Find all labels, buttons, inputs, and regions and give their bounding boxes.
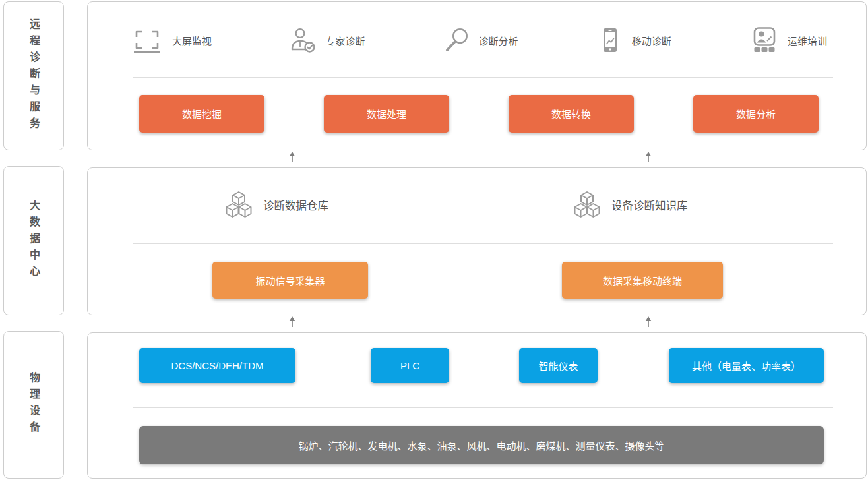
service-expert-diagnosis: 专家诊断 xyxy=(290,27,365,53)
node-mobile-data-collection-terminal[interactable]: 数据采集移动终端 xyxy=(562,262,723,299)
service-icon-row: 大屏监视 专家诊断 诊断分析 xyxy=(131,19,827,61)
expert-user-check-icon xyxy=(290,27,317,53)
divider xyxy=(133,407,833,408)
service-label: 大屏监视 xyxy=(172,34,212,47)
magnifier-icon xyxy=(443,27,470,53)
service-label: 运维培训 xyxy=(788,34,827,47)
store-diagnosis-data-warehouse: 诊断数据仓库 xyxy=(225,185,328,225)
service-label: 移动诊断 xyxy=(632,34,671,47)
devices-list-bar: 锅炉、汽轮机、发电机、水泵、油泵、风机、电动机、磨煤机、测量仪表、摄像头等 xyxy=(139,426,824,464)
service-operation-training: 运维培训 xyxy=(750,27,827,53)
store-equipment-knowledge-base: 设备诊断知识库 xyxy=(573,185,688,225)
node-smart-instruments[interactable]: 智能仪表 xyxy=(519,348,598,383)
band-label-text: 大数据中心 xyxy=(26,200,42,282)
service-big-screen-monitoring: 大屏监视 xyxy=(131,26,212,54)
up-arrow-icon xyxy=(644,151,652,163)
node-other-meters[interactable]: 其他（电量表、功率表） xyxy=(669,348,824,383)
service-label: 专家诊断 xyxy=(325,34,365,47)
divider xyxy=(133,77,833,78)
node-data-conversion[interactable]: 数据转换 xyxy=(509,95,634,133)
store-label: 诊断数据仓库 xyxy=(263,197,328,213)
training-presentation-icon xyxy=(750,27,779,53)
node-data-processing[interactable]: 数据处理 xyxy=(324,95,449,133)
data-process-button-row: 数据挖掘 数据处理 数据转换 数据分析 xyxy=(139,95,819,133)
mobile-chart-icon xyxy=(597,27,623,53)
node-data-mining[interactable]: 数据挖掘 xyxy=(139,95,264,133)
up-arrow-icon xyxy=(288,151,296,163)
screen-monitor-icon xyxy=(131,26,164,54)
big-data-center-band: 诊断数据仓库 设备诊断知识库 振动信号采集器 数据采集移动终端 xyxy=(87,167,867,315)
up-arrow-icon xyxy=(644,316,652,328)
node-data-analysis[interactable]: 数据分析 xyxy=(693,95,819,133)
service-label: 诊断分析 xyxy=(478,34,518,47)
up-arrow-icon xyxy=(288,316,296,328)
cubes-icon xyxy=(225,191,253,219)
band-label-text: 物理设备 xyxy=(26,372,42,438)
node-vibration-signal-collector[interactable]: 振动信号采集器 xyxy=(212,262,368,299)
node-dcs-ncs-deh-tdm[interactable]: DCS/NCS/DEH/TDM xyxy=(139,348,295,383)
band-label-remote-diagnosis: 远程诊断与服务 xyxy=(3,1,64,150)
band-label-physical-devices: 物理设备 xyxy=(3,331,64,479)
physical-devices-band: DCS/NCS/DEH/TDM PLC 智能仪表 其他（电量表、功率表） 锅炉、… xyxy=(87,332,867,479)
remote-diagnosis-band: 大屏监视 专家诊断 诊断分析 xyxy=(87,1,867,150)
band-label-text: 远程诊断与服务 xyxy=(26,18,42,134)
band-label-big-data-center: 大数据中心 xyxy=(3,166,64,315)
divider xyxy=(133,243,833,244)
cubes-icon xyxy=(573,191,601,219)
store-label: 设备诊断知识库 xyxy=(611,197,688,213)
service-mobile-diagnosis: 移动诊断 xyxy=(597,27,671,53)
service-diagnosis-analysis: 诊断分析 xyxy=(443,27,518,53)
node-plc[interactable]: PLC xyxy=(371,348,449,383)
